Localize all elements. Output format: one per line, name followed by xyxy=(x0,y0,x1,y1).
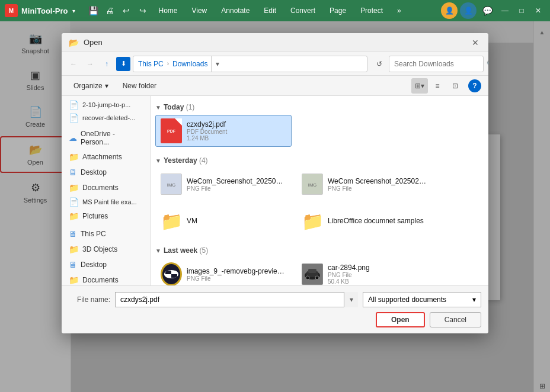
save-button[interactable]: 💾 xyxy=(85,2,101,19)
menu-home[interactable]: Home xyxy=(151,0,184,21)
filename-dropdown-button[interactable]: ▾ xyxy=(344,292,358,307)
menu-view[interactable]: View xyxy=(184,0,214,21)
dialog-nav-bar: ← → ↑ ⬇ This PC › Downloads ▾ ↺ 🔍 xyxy=(62,52,488,76)
nav-item-recover[interactable]: 📄 recover-deleted-... xyxy=(62,111,150,124)
view-tiles-button[interactable]: ⊞▾ xyxy=(411,78,428,94)
today-file-grid: PDF czxdys2j.pdf PDF Document 1.24 MB xyxy=(155,115,484,147)
cancel-button[interactable]: Cancel xyxy=(430,312,481,327)
search-icon: 🔍 xyxy=(487,60,488,68)
file-name-libreoffice: LibreOffice documnet samples xyxy=(328,217,427,225)
onedrive-icon: ☁ xyxy=(69,133,77,143)
dialog-footer: File name: ▾ All supported documents ▾ O… xyxy=(62,285,488,333)
print-button[interactable]: 🖨 xyxy=(101,2,118,19)
dialog-path-bar: This PC › Downloads ▾ xyxy=(133,56,367,72)
nav-item-desktop[interactable]: 🖥 Desktop xyxy=(62,165,150,180)
file-name-wecom2: WeCom Screenshot_20250211160954.png xyxy=(328,177,427,185)
dialog-title-text: Open xyxy=(84,38,469,47)
jump-file-icon: 📄 xyxy=(69,100,79,110)
documents2-icon: 📁 xyxy=(69,275,79,285)
nav-item-desktop2[interactable]: 🖥 Desktop xyxy=(62,257,150,272)
chat-button[interactable]: 💬 xyxy=(479,2,495,19)
nav-item-pictures[interactable]: 📁 Pictures xyxy=(62,208,150,224)
filename-input[interactable] xyxy=(115,292,358,307)
dialog-forward-button[interactable]: → xyxy=(83,57,97,71)
app-toolbar: M MiniTool-Pro ▾ 💾 🖨 ↩ ↪ Home View Annot… xyxy=(0,0,550,21)
svg-text:IMG: IMG xyxy=(167,182,175,188)
nav-item-documents2[interactable]: 📁 Documents xyxy=(62,272,150,285)
yesterday-count: (4) xyxy=(199,156,208,165)
menu-edit[interactable]: Edit xyxy=(257,0,283,21)
dialog-up-button[interactable]: ↑ xyxy=(100,57,114,71)
menu-protect[interactable]: Protect xyxy=(353,0,390,21)
nav-item-3dobjects[interactable]: 📁 3D Objects xyxy=(62,242,150,257)
view-large-button[interactable]: ⊡ xyxy=(447,78,463,94)
nav-item-mspaint[interactable]: 📄 MS Paint file exa... xyxy=(62,195,150,208)
file-info-car2894: car-2894.png PNG File 50.4 KB xyxy=(328,264,427,285)
undo-button[interactable]: ↩ xyxy=(118,2,135,19)
dialog-file-area: ▼ Today (1) PDF czxdys2j.pdf PDF Docu xyxy=(151,96,488,285)
menu-more[interactable]: » xyxy=(390,0,408,21)
lastweek-label: Last week xyxy=(164,246,200,255)
dialog-search-box: 🔍 xyxy=(389,56,484,72)
dialog-file-toolbar: Organize ▾ New folder ⊞▾ ≡ ⊡ ? xyxy=(62,76,488,96)
menu-bar: Home View Annotate Edit Convert Page Pro… xyxy=(151,0,441,21)
dialog-refresh-button[interactable]: ↺ xyxy=(372,57,386,71)
file-item-wecom1[interactable]: IMG WeCom_Screenshot_20250211160954-remo… xyxy=(155,168,292,200)
view-list-button[interactable]: ≡ xyxy=(429,78,446,94)
file-item-vm[interactable]: 📁 VM xyxy=(155,205,292,237)
menu-convert[interactable]: Convert xyxy=(283,0,322,21)
file-info-wecom2: WeCom Screenshot_20250211160954.png PNG … xyxy=(328,177,427,192)
svg-point-8 xyxy=(306,276,309,279)
menu-page[interactable]: Page xyxy=(322,0,353,21)
wecom1-icon: IMG xyxy=(161,172,182,196)
lastweek-expand-icon[interactable]: ▼ xyxy=(155,248,161,254)
help-button[interactable]: ? xyxy=(468,79,481,92)
today-label: Today xyxy=(164,103,186,111)
file-item-wecom2[interactable]: IMG WeCom Screenshot_20250211160954.png … xyxy=(296,168,433,200)
nav-item-onedrive[interactable]: ☁ OneDrive - Person... xyxy=(62,127,150,149)
file-item-car2894[interactable]: car-2894.png PNG File 50.4 KB xyxy=(296,258,433,285)
yesterday-expand-icon[interactable]: ▼ xyxy=(155,158,161,164)
new-folder-button[interactable]: New folder xyxy=(118,79,161,92)
filetype-select[interactable]: All supported documents ▾ xyxy=(363,292,481,307)
open-button[interactable]: Open xyxy=(376,312,425,327)
bmw-image-icon xyxy=(161,262,182,285)
recover-file-icon: 📄 xyxy=(69,113,79,123)
today-expand-icon[interactable]: ▼ xyxy=(155,104,161,111)
toolbar-right: 👤 👤 💬 — □ ✕ xyxy=(441,2,545,19)
minimize-button[interactable]: — xyxy=(498,4,512,18)
path-downloads[interactable]: Downloads xyxy=(172,60,207,68)
dialog-back-button[interactable]: ← xyxy=(66,57,81,71)
dialog-body: 📄 2-10-jump-to-p... 📄 recover-deleted-..… xyxy=(62,96,488,285)
profile-button[interactable]: 👤 xyxy=(460,2,477,19)
app-logo: M xyxy=(5,4,18,17)
organize-button[interactable]: Organize ▾ xyxy=(69,79,113,92)
file-item-czxdys2j[interactable]: PDF czxdys2j.pdf PDF Document 1.24 MB xyxy=(155,115,292,147)
nav-item-attachments[interactable]: 📁 Attachments xyxy=(62,149,150,165)
nav-item-this-pc[interactable]: 🖥 This PC xyxy=(62,226,150,242)
filetype-dropdown-arrow: ▾ xyxy=(472,295,476,304)
this-pc-icon: 🖥 xyxy=(69,229,77,239)
path-dropdown-button[interactable]: ▾ xyxy=(211,56,223,72)
section-today: ▼ Today (1) xyxy=(155,101,484,115)
user-account-button[interactable]: 👤 xyxy=(441,2,458,19)
dialog-action-row: Open Cancel xyxy=(69,312,481,327)
dialog-search-input[interactable] xyxy=(394,60,483,68)
file-item-libreoffice[interactable]: 📁 LibreOffice documnet samples xyxy=(296,205,433,237)
file-item-images9[interactable]: images_9_-removebg-preview (1).png PNG F… xyxy=(155,258,292,285)
menu-annotate[interactable]: Annotate xyxy=(214,0,257,21)
dialog-close-button[interactable]: ✕ xyxy=(469,37,481,49)
documents-icon: 📁 xyxy=(69,183,79,192)
svg-point-9 xyxy=(315,276,319,279)
app-name-dropdown[interactable]: ▾ xyxy=(72,8,75,14)
svg-text:IMG: IMG xyxy=(308,182,316,188)
nav-item-documents[interactable]: 📁 Documents xyxy=(62,180,150,195)
file-type-wecom2: PNG File xyxy=(328,185,427,192)
path-this-pc[interactable]: This PC xyxy=(138,60,164,68)
redo-button[interactable]: ↪ xyxy=(135,2,151,19)
window-close-button[interactable]: ✕ xyxy=(531,4,545,18)
desktop2-icon: 🖥 xyxy=(69,260,77,269)
maximize-button[interactable]: □ xyxy=(514,4,529,18)
nav-item-jump[interactable]: 📄 2-10-jump-to-p... xyxy=(62,98,150,111)
mspaint-icon: 📄 xyxy=(69,197,79,207)
